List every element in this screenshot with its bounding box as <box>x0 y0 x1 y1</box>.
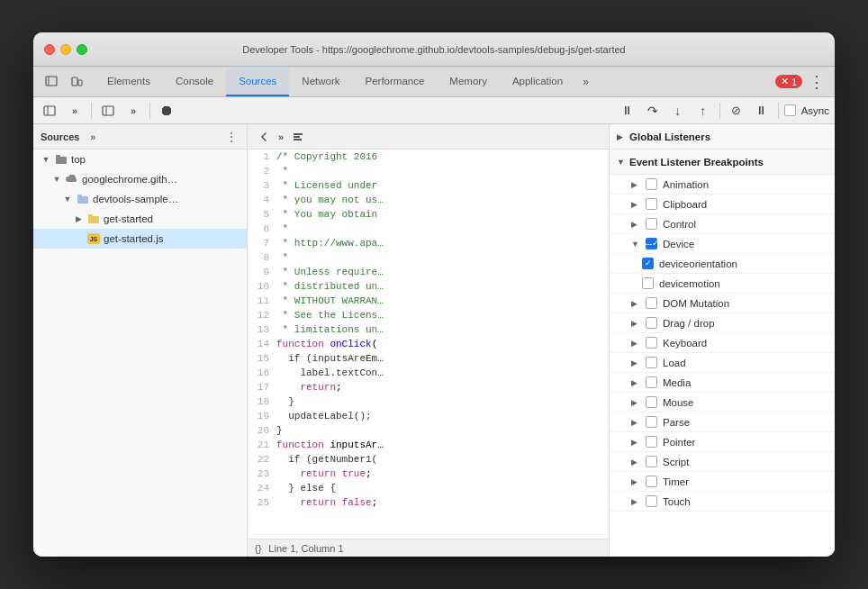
bp-label-drag-drop: Drag / drop <box>663 318 715 329</box>
tab-overflow[interactable]: » <box>575 67 596 96</box>
tab-application[interactable]: Application <box>500 67 575 96</box>
tree-label-googlechrome: googlechrome.gith… <box>82 174 177 185</box>
bp-item-keyboard[interactable]: ▶ Keyboard <box>610 333 835 353</box>
svg-rect-16 <box>294 139 302 140</box>
code-line: 14 function onClick( <box>248 337 609 351</box>
svg-rect-0 <box>46 77 57 86</box>
tab-network[interactable]: Network <box>289 67 352 96</box>
editor-overflow-button[interactable]: » <box>122 100 144 122</box>
bp-checkbox-pointer[interactable] <box>646 436 657 448</box>
bp-arrow-control: ▶ <box>631 220 640 229</box>
toggle-sidebar-button[interactable] <box>39 100 60 122</box>
bp-item-load[interactable]: ▶ Load <box>610 353 835 373</box>
code-format-btn[interactable] <box>287 126 309 148</box>
bp-checkbox-keyboard[interactable] <box>646 337 657 349</box>
bp-checkbox-script[interactable] <box>646 456 657 467</box>
event-listener-title: Event Listener Breakpoints <box>629 157 764 168</box>
event-listener-header[interactable]: ▼ Event Listener Breakpoints <box>610 150 835 175</box>
sources-panel-menu-button[interactable]: ⋮ <box>223 129 240 145</box>
more-options-button[interactable]: ⋮ <box>806 71 827 93</box>
bp-item-mouse[interactable]: ▶ Mouse <box>610 393 835 412</box>
step-into-button[interactable]: ↓ <box>667 100 689 122</box>
bp-checkbox-control[interactable] <box>646 218 657 230</box>
close-button[interactable] <box>44 44 55 55</box>
svg-rect-3 <box>78 80 82 86</box>
code-line: 17 return; <box>248 380 609 394</box>
code-area[interactable]: 1 /* Copyright 2016 2 * 3 * Licensed und… <box>248 150 609 530</box>
bp-item-control[interactable]: ▶ Control <box>610 214 835 234</box>
bp-item-dom-mutation[interactable]: ▶ DOM Mutation <box>610 294 835 313</box>
bp-checkbox-clipboard[interactable] <box>646 198 657 210</box>
devtools-icon-1[interactable] <box>41 71 62 93</box>
tree-item-top[interactable]: ▼ top <box>33 150 247 169</box>
code-line: 5 * You may obtain <box>248 207 609 222</box>
previous-editor-button[interactable] <box>97 100 119 122</box>
tree-arrow-googlechrome: ▼ <box>51 174 62 185</box>
sources-overflow-icon[interactable]: » <box>85 129 101 145</box>
bp-checkbox-timer[interactable] <box>646 476 657 487</box>
bp-item-device[interactable]: ▼ — Device <box>610 234 835 254</box>
bp-item-timer[interactable]: ▶ Timer <box>610 472 835 492</box>
tree-item-get-started-js[interactable]: ▶ JS get-started.js <box>33 229 247 249</box>
code-line: 1 /* Copyright 2016 <box>248 150 609 164</box>
pause-on-exceptions-button[interactable]: ⏸ <box>751 100 773 122</box>
sources-overflow-button[interactable]: » <box>64 100 86 122</box>
bp-item-pointer[interactable]: ▶ Pointer <box>610 432 835 452</box>
bp-checkbox-load[interactable] <box>646 357 657 368</box>
bp-arrow-keyboard: ▶ <box>631 339 640 348</box>
bp-item-devicemotion[interactable]: devicemotion <box>610 274 835 294</box>
bp-item-media[interactable]: ▶ Media <box>610 373 835 393</box>
bp-checkbox-devicemotion[interactable] <box>642 277 654 289</box>
bp-checkbox-animation[interactable] <box>646 178 657 190</box>
bp-item-clipboard[interactable]: ▶ Clipboard <box>610 195 835 214</box>
tab-memory[interactable]: Memory <box>437 67 500 96</box>
devtools-icon-2[interactable] <box>66 71 87 93</box>
code-line: 20 } <box>248 423 609 438</box>
error-badge[interactable]: ✕ 1 <box>775 75 802 88</box>
bp-checkbox-drag-drop[interactable] <box>646 317 657 329</box>
bp-checkbox-media[interactable] <box>646 376 657 388</box>
global-listeners-header[interactable]: ▶ Global Listeners <box>610 124 835 150</box>
bp-item-touch[interactable]: ▶ Touch <box>610 492 835 512</box>
maximize-button[interactable] <box>77 44 87 55</box>
pause-button[interactable]: ⏸ <box>617 100 638 122</box>
tree-item-devtools-samples[interactable]: ▼ devtools-sample… <box>33 189 247 209</box>
bp-checkbox-mouse[interactable] <box>646 396 657 408</box>
bp-label-keyboard: Keyboard <box>663 338 707 349</box>
file-panel-header: Sources » ⋮ <box>33 124 247 150</box>
tab-console[interactable]: Console <box>163 67 226 96</box>
bp-item-script[interactable]: ▶ Script <box>610 452 835 472</box>
code-line: 9 * Unless require… <box>248 265 609 279</box>
bp-arrow-parse: ▶ <box>631 418 640 427</box>
code-toolbar: » <box>248 124 609 150</box>
minimize-button[interactable] <box>60 44 71 55</box>
tab-elements[interactable]: Elements <box>95 67 163 96</box>
bp-checkbox-dom-mutation[interactable] <box>646 297 657 309</box>
step-out-button[interactable]: ↑ <box>692 100 714 122</box>
deactivate-breakpoints-button[interactable]: ⊘ <box>726 100 747 122</box>
bp-item-deviceorientation[interactable]: deviceorientation <box>610 254 835 274</box>
code-line: 7 * http://www.apa… <box>248 236 609 250</box>
global-listeners-title: Global Listeners <box>629 131 710 142</box>
step-over-button[interactable]: ↷ <box>642 100 664 122</box>
tab-performance[interactable]: Performance <box>353 67 438 96</box>
tab-sources[interactable]: Sources <box>226 67 289 96</box>
code-nav-back[interactable] <box>253 126 275 148</box>
bp-item-parse[interactable]: ▶ Parse <box>610 412 835 432</box>
async-checkbox[interactable] <box>784 104 796 116</box>
tree-arrow-get-started: ▶ <box>73 213 84 224</box>
bp-label-media: Media <box>663 377 691 388</box>
bp-checkbox-device[interactable]: — <box>646 238 657 249</box>
bp-item-drag-drop[interactable]: ▶ Drag / drop <box>610 313 835 333</box>
bp-checkbox-parse[interactable] <box>646 416 657 428</box>
svg-rect-8 <box>56 157 67 164</box>
bp-checkbox-touch[interactable] <box>646 495 657 507</box>
bp-item-animation[interactable]: ▶ Animation <box>610 175 835 195</box>
tree-label-get-started-js: get-started.js <box>104 233 163 244</box>
tree-item-get-started[interactable]: ▶ get-started <box>33 209 247 229</box>
code-overflow-btn[interactable]: » <box>278 131 284 142</box>
tree-item-googlechrome[interactable]: ▼ googlechrome.gith… <box>33 169 247 189</box>
error-count: 1 <box>791 77 797 87</box>
bp-checkbox-deviceorientation[interactable] <box>642 258 654 269</box>
record-button[interactable]: ⏺ <box>156 100 177 122</box>
